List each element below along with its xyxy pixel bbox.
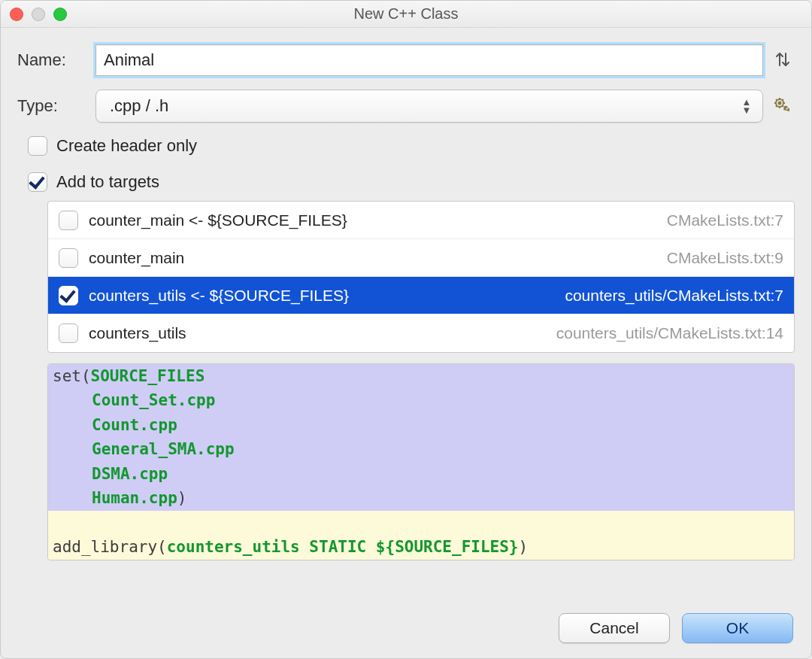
target-item[interactable]: counter_main CMakeLists.txt:9 xyxy=(48,239,794,277)
name-label: Name: xyxy=(17,50,95,70)
target-checkbox[interactable] xyxy=(59,323,78,343)
settings-wrench-icon[interactable] xyxy=(771,93,795,120)
chevron-updown-icon: ▲▼ xyxy=(738,90,755,122)
code-line: Count_Set.cpp xyxy=(48,388,794,412)
header-only-checkbox[interactable] xyxy=(28,136,47,156)
target-path: CMakeLists.txt:7 xyxy=(667,211,783,229)
svg-point-1 xyxy=(779,102,781,105)
dialog-footer: Cancel OK xyxy=(559,613,793,643)
code-line: add_library(counters_utils STATIC ${SOUR… xyxy=(48,535,794,559)
name-input[interactable] xyxy=(95,44,763,76)
target-checkbox[interactable] xyxy=(59,248,78,268)
code-line: Human.cpp) xyxy=(48,486,794,510)
type-label: Type: xyxy=(17,96,95,116)
target-label: counters_utils <- ${SOURCE_FILES} xyxy=(89,287,565,305)
header-only-option[interactable]: Create header only xyxy=(28,136,795,156)
titlebar: New C++ Class xyxy=(1,1,811,28)
window-title: New C++ Class xyxy=(1,5,811,23)
header-only-label: Create header only xyxy=(56,136,197,156)
code-line: set(SOURCE_FILES xyxy=(48,364,794,388)
cmake-preview: set(SOURCE_FILES Count_Set.cpp Count.cpp… xyxy=(47,363,795,560)
targets-list: counter_main <- ${SOURCE_FILES} CMakeLis… xyxy=(47,201,795,353)
ok-button[interactable]: OK xyxy=(682,613,793,643)
target-label: counters_utils xyxy=(89,324,556,342)
target-label: counter_main xyxy=(89,249,667,267)
code-line: General_SMA.cpp xyxy=(48,437,794,461)
target-path: counters_utils/CMakeLists.txt:14 xyxy=(556,324,783,342)
target-checkbox[interactable] xyxy=(59,286,78,305)
target-item[interactable]: counters_utils <- ${SOURCE_FILES} counte… xyxy=(48,277,794,314)
name-row: Name: xyxy=(17,44,795,76)
type-select[interactable]: .cpp / .h ▲▼ xyxy=(95,90,763,123)
add-to-targets-checkbox[interactable] xyxy=(28,172,47,192)
code-line: Count.cpp xyxy=(48,413,794,437)
target-path: CMakeLists.txt:9 xyxy=(667,249,783,267)
target-item[interactable]: counter_main <- ${SOURCE_FILES} CMakeLis… xyxy=(48,202,794,239)
sort-order-icon[interactable] xyxy=(771,45,795,75)
target-path: counters_utils/CMakeLists.txt:7 xyxy=(565,287,783,305)
add-to-targets-option[interactable]: Add to targets xyxy=(28,172,795,192)
type-value: .cpp / .h xyxy=(110,96,168,116)
target-item[interactable]: counters_utils counters_utils/CMakeLists… xyxy=(48,314,794,352)
code-line xyxy=(48,511,794,535)
cancel-button[interactable]: Cancel xyxy=(559,613,670,643)
target-checkbox[interactable] xyxy=(59,211,78,230)
target-label: counter_main <- ${SOURCE_FILES} xyxy=(89,211,667,229)
add-to-targets-label: Add to targets xyxy=(56,172,159,192)
code-line: DSMA.cpp xyxy=(48,462,794,486)
type-row: Type: .cpp / .h ▲▼ xyxy=(17,90,795,123)
